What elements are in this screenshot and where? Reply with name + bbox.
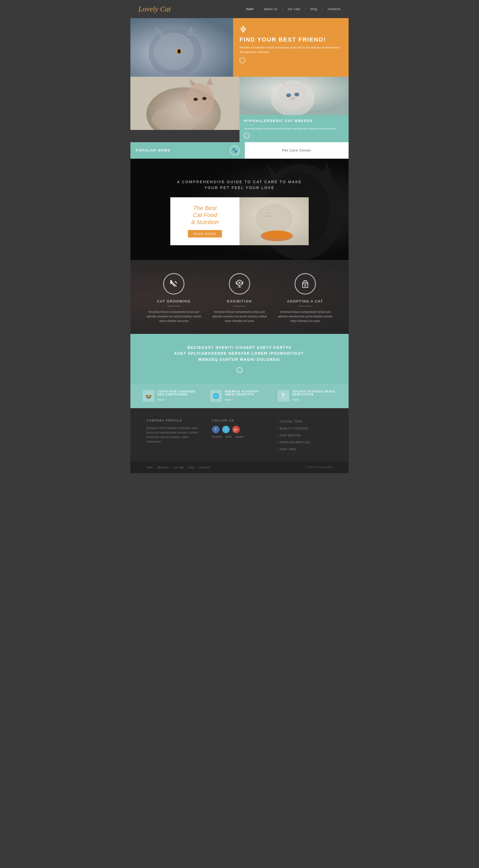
follow-us-title: FOLLOW US [212, 419, 267, 422]
svg-point-17 [278, 82, 308, 110]
hypo-title: HYPOALLERGENIC CAT BREEDS [244, 119, 344, 123]
adopting-divider [298, 306, 312, 307]
footer-link-virtual-tour[interactable]: VIRTUAL TOUR [278, 419, 333, 424]
footer-nav-blog[interactable]: blog [189, 466, 194, 469]
footer-nav-main[interactable]: main [146, 466, 153, 469]
hero-orange-panel: FIND YOUR BEST FRIEND! Nertyabe riti mas… [233, 18, 349, 77]
svg-point-12 [193, 98, 198, 101]
nav-item-contacts[interactable]: contacts [327, 7, 341, 11]
hypo-panel: HYPOALLERGENIC CAT BREEDS Versertas lert… [240, 115, 349, 142]
svg-point-21 [294, 93, 299, 96]
footer-nav-cats[interactable]: our cats [173, 466, 184, 469]
footer-company: COMPANY PROFILE Beciegast nveriti nitaea… [146, 419, 201, 454]
scissors-icon [169, 279, 179, 289]
sphynx-svg [130, 77, 240, 130]
hero-desc: Nertyabe riti masertas lertyars kuhaseta… [240, 45, 342, 54]
header: Lovely Cat main / about us / our cats / … [130, 0, 349, 18]
box-icon [300, 279, 310, 289]
svg-point-6 [178, 49, 181, 54]
twitter-label: twitter [225, 435, 232, 438]
googleplus-icon[interactable]: g+ [232, 426, 240, 433]
persian-svg [240, 77, 349, 115]
svg-point-22 [290, 97, 296, 100]
trophy-icon [235, 279, 244, 289]
footer-grid: COMPANY PROFILE Beciegast nveriti nitaea… [146, 419, 333, 454]
right-stack: HYPOALLERGENIC CAT BREEDS Versertas lert… [240, 77, 349, 142]
info-more-1[interactable]: more [158, 398, 165, 401]
footer-link-quality[interactable]: QUALITY CONTROL [278, 426, 333, 431]
info-box-3: 🎖 DOLOAS BYTRASA DEASE REMIUYASTE more [273, 390, 341, 402]
medal-icon: 🎖 [278, 390, 289, 402]
footer-link-articles[interactable]: POPULAR ARTICLES [278, 440, 333, 444]
copyright: © 2015 | Privacy policy [306, 466, 333, 469]
exhibition-title: EXHIBITION [212, 299, 267, 303]
site-logo[interactable]: Lovely Cat [138, 5, 171, 13]
nav-sep-1: / [258, 7, 259, 11]
hero-title: FIND YOUR BEST FRIEND! [240, 36, 342, 43]
dark-cat-section: A COMPREHENSIVE GUIDE TO CAT CARE TO MAK… [130, 159, 349, 260]
hero-row: FIND YOUR BEST FRIEND! Nertyabe riti mas… [130, 18, 349, 77]
footer-nav-contacts[interactable]: contacts [199, 466, 210, 469]
info-more-3[interactable]: more [292, 398, 300, 401]
pet-care-bar[interactable]: Pet Care Center [245, 142, 349, 159]
food-cat-svg [240, 197, 309, 245]
grooming-icon-circle [163, 273, 184, 294]
food-title-l1: The Best [193, 205, 217, 211]
teal-cta-section: BECIEGAST NVERITI VISAERT ASETY KERTYA A… [130, 334, 349, 384]
nav-item-blog[interactable]: blog [311, 7, 317, 11]
popular-news-bar[interactable]: POPULAR NEWS 🐾 [130, 142, 245, 159]
hypo-arrow[interactable]: › [244, 133, 250, 138]
company-profile-text: Beciegast nveriti nitaeasert visitasake … [146, 426, 201, 444]
footer-link-links[interactable]: OUR LINKS [278, 446, 333, 451]
hypo-desc: Versertas lertyars kuhasetaas asety kert… [244, 126, 344, 130]
service-adopting: ADOPTING A CAT Versertas lertyars kuhase… [272, 273, 338, 323]
cta-text3: MONSEQ UUNTUR MAGNI DOLORES! [198, 357, 281, 362]
svg-point-13 [202, 97, 206, 100]
googleplus-label: google+ [235, 435, 244, 438]
info-box-1: 🍲 CUSRTYASE SASOIAUS ASA COMIOASADE more [138, 390, 206, 402]
info-more-2[interactable]: more [225, 398, 233, 401]
tagline: A COMPREHENSIVE GUIDE TO CAT CARE TO MAK… [177, 179, 302, 191]
footer-nav-about[interactable]: about us [158, 466, 169, 469]
tagline-line1: A COMPREHENSIVE GUIDE TO CAT CARE TO MAK… [177, 180, 302, 184]
info-text-3: DOLOAS BYTRASA DEASE REMIUYASTE more [292, 390, 337, 402]
cta-text: BECIEGAST NVERITI VISAERT ASETY KERTYA A… [146, 344, 333, 362]
main-nav: main / about us / our cats / blog / cont… [246, 7, 341, 11]
nav-sep-2: / [282, 7, 283, 11]
footer-link-mission[interactable]: OUR MISSION [278, 433, 333, 437]
service-exhibition: EXHIBITION Versertas lertyars kuhasetase… [207, 273, 273, 323]
nav-item-main[interactable]: main [246, 7, 253, 11]
adopting-icon-circle [295, 273, 316, 294]
footer-bottom: main about us our cats blog contacts © 2… [130, 461, 349, 473]
service-grooming: CAT GROOMING Versertas lertyars kuhaseta… [141, 273, 207, 323]
cta-arrow[interactable]: › [236, 367, 243, 373]
svg-point-20 [286, 93, 291, 97]
twitter-icon[interactable]: t [222, 426, 230, 433]
facebook-icon[interactable]: f [212, 426, 220, 433]
popular-news-label: POPULAR NEWS [136, 148, 170, 152]
nav-item-about[interactable]: about us [264, 7, 277, 11]
food-text: The Best Cat Food & Nutrition READ MORE [170, 198, 240, 244]
hero-cat-image [130, 18, 233, 77]
food-title-l2: Cat Food [193, 212, 217, 218]
hero-row2: HYPOALLERGENIC CAT BREEDS Versertas lert… [130, 77, 349, 142]
news-bar: POPULAR NEWS 🐾 Pet Care Center [130, 142, 349, 159]
paw-icon: 🐾 [230, 146, 240, 155]
sphynx-cat-image [130, 77, 240, 130]
hero-cta-arrow[interactable]: › [240, 58, 245, 63]
footer-links-col: VIRTUAL TOUR QUALITY CONTROL OUR MISSION… [278, 419, 333, 454]
grooming-title: CAT GROOMING [146, 299, 201, 303]
read-more-button[interactable]: READ MORE [188, 230, 222, 238]
cta-text2: ASET APLICABOSERDE NERAFAE LOREM IPSUMOD… [174, 351, 305, 355]
svg-point-2 [154, 33, 194, 70]
info-box-2: 🌐 BUEWIAS PLACAUSY ANESI ANASUVTA more [206, 390, 274, 402]
food-title: The Best Cat Food & Nutrition [177, 205, 233, 226]
svg-point-44 [305, 285, 306, 286]
info-text-1: CUSRTYASE SASOIAUS ASA COMIOASADE more [158, 390, 201, 402]
exhibition-divider [233, 306, 246, 307]
footer-bottom-nav: main about us our cats blog contacts [146, 466, 210, 469]
tagline-line2: YOUR PET FEEL YOUR LOVE [204, 186, 275, 190]
nav-item-cats[interactable]: our cats [288, 7, 300, 11]
food-title-l3: & Nutrition [191, 219, 219, 225]
info-title-1: CUSRTYASE SASOIAUS ASA COMIOASADE [158, 390, 201, 396]
